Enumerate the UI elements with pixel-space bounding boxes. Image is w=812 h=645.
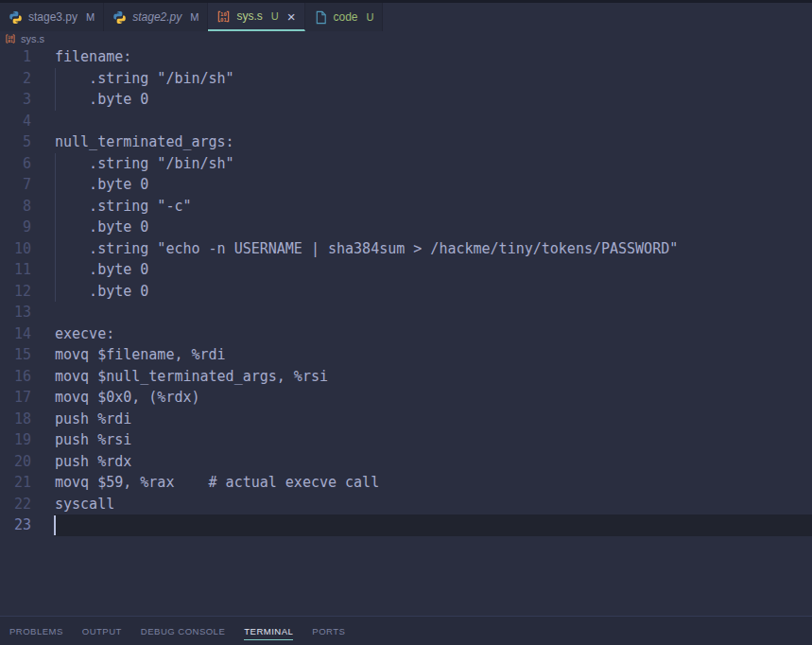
line-number: 14 [0,323,54,345]
tab-code[interactable]: code U [305,3,384,31]
line-number: 18 [0,409,54,430]
line-number: 20 [0,451,54,473]
svg-text:01: 01 [8,39,13,44]
breadcrumb[interactable]: 10 01 sys.s [0,31,812,46]
file-icon [314,10,328,25]
line-text: .byte 0 [54,217,812,238]
line-text: movq $59, %rax # actual execve call [54,472,812,494]
tab-stage3py[interactable]: stage3.py M [0,3,104,31]
tab-label: stage3.py [28,10,78,24]
panel-tab-terminal[interactable]: TERMINAL [234,617,302,645]
line-text: movq $null_terminated_args, %rsi [54,366,812,388]
python-icon [9,10,23,25]
editor-line[interactable]: 6 .string "/bin/sh" [0,153,812,175]
line-number: 6 [0,153,54,175]
editor-line[interactable]: 8 .string "-c" [0,196,812,218]
editor-line[interactable]: 11 .byte 0 [0,259,812,281]
editor-line-current[interactable]: 23 [0,514,812,536]
line-text: movq $0x0, (%rdx) [54,387,812,409]
python-icon [112,10,127,25]
line-number: 2 [0,68,54,90]
line-number: 22 [0,494,54,515]
line-number: 16 [0,366,54,388]
line-number: 10 [0,238,54,260]
line-number: 1 [0,46,54,68]
git-modified-badge: M [190,11,199,23]
panel-tab-problems[interactable]: PROBLEMS [0,617,73,645]
editor-line[interactable]: 22syscall [0,494,812,515]
line-number: 8 [0,196,54,218]
line-text: .byte 0 [54,281,812,303]
line-text: .string "/bin/sh" [54,68,812,90]
line-number: 12 [0,281,54,303]
indent-guide [55,68,56,111]
tab-label: sys.s [236,9,262,23]
line-text: filename: [54,46,812,68]
breadcrumb-filename: sys.s [21,33,44,44]
editor[interactable]: 1filename: 2 .string "/bin/sh" 3 .byte 0… [0,46,812,616]
panel-tab-label: TERMINAL [244,622,293,640]
line-number: 4 [0,111,54,132]
editor-line[interactable]: 3 .byte 0 [0,89,812,111]
panel-tab-label: OUTPUT [82,622,122,640]
line-text: null_terminated_args: [54,131,812,153]
line-text: .byte 0 [54,174,812,196]
line-number: 15 [0,344,54,366]
text-cursor [54,515,56,535]
git-untracked-badge: U [367,11,374,23]
binary-file-icon: 10 01 [216,9,231,24]
editor-line[interactable]: 14execve: [0,323,812,345]
line-text [54,111,812,132]
tab-syss[interactable]: 10 01 sys.s U × [208,3,304,31]
line-text [54,514,812,536]
line-number: 17 [0,387,54,409]
line-number: 21 [0,472,54,494]
editor-line[interactable]: 5null_terminated_args: [0,131,812,153]
git-modified-badge: M [86,11,95,23]
editor-line[interactable]: 2 .string "/bin/sh" [0,68,812,90]
line-text: .byte 0 [54,259,812,281]
line-text: .string "echo -n USERNAME | sha384sum > … [54,238,812,260]
editor-line[interactable]: 9 .byte 0 [0,217,812,238]
editor-line[interactable]: 19push %rsi [0,429,812,451]
editor-line[interactable]: 20push %rdx [0,451,812,473]
tab-bar: stage3.py M stage2.py M 10 01 sys.s [0,3,812,31]
editor-line[interactable]: 21movq $59, %rax # actual execve call [0,472,812,494]
editor-line[interactable]: 17movq $0x0, (%rdx) [0,387,812,409]
line-number: 19 [0,429,54,451]
editor-line[interactable]: 7 .byte 0 [0,174,812,196]
line-text: .byte 0 [54,89,812,111]
line-text: execve: [54,323,812,345]
line-text: push %rsi [54,429,812,451]
line-text: push %rdx [54,451,812,473]
binary-file-icon: 10 01 [5,33,16,44]
line-number: 23 [0,514,54,536]
close-icon[interactable]: × [287,9,296,24]
line-text: .string "/bin/sh" [54,153,812,175]
line-text [54,302,812,323]
bottom-panel: PROBLEMS OUTPUT DEBUG CONSOLE TERMINAL P… [0,616,812,645]
line-text: .string "-c" [54,196,812,218]
editor-line[interactable]: 16movq $null_terminated_args, %rsi [0,366,812,388]
editor-line[interactable]: 15movq $filename, %rdi [0,344,812,366]
tab-stage2py[interactable]: stage2.py M [104,3,208,31]
editor-line[interactable]: 10 .string "echo -n USERNAME | sha384sum… [0,238,812,260]
panel-tab-output[interactable]: OUTPUT [73,617,131,645]
line-text: movq $filename, %rdi [54,344,812,366]
line-number: 3 [0,89,54,111]
editor-line[interactable]: 13 [0,302,812,323]
line-number: 5 [0,131,54,153]
editor-line[interactable]: 18push %rdi [0,409,812,430]
panel-tab-debug-console[interactable]: DEBUG CONSOLE [131,617,234,645]
line-text: push %rdi [54,409,812,430]
tab-label: code [334,10,358,24]
panel-tab-ports[interactable]: PORTS [302,617,354,645]
line-number: 11 [0,259,54,281]
editor-line[interactable]: 4 [0,111,812,132]
line-number: 7 [0,174,54,196]
editor-line[interactable]: 1filename: [0,46,812,68]
git-untracked-badge: U [271,10,279,22]
line-number: 9 [0,217,54,238]
panel-tab-label: PROBLEMS [9,622,63,640]
editor-line[interactable]: 12 .byte 0 [0,281,812,303]
